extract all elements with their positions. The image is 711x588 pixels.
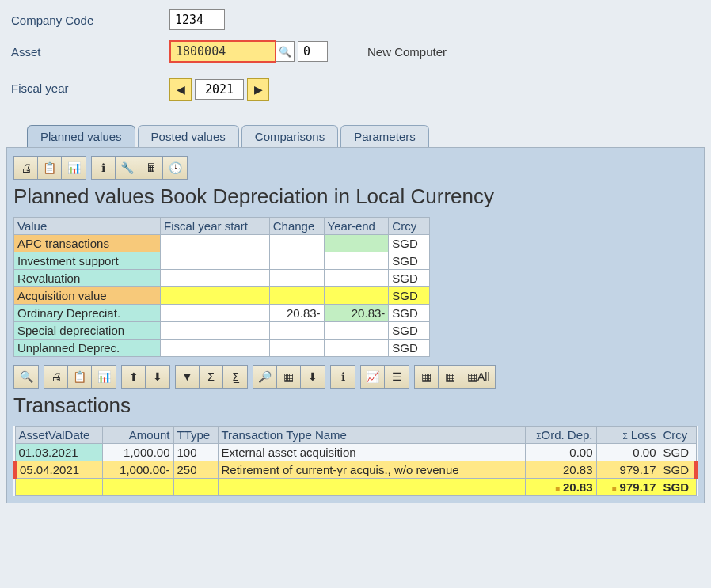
search-icon: 🔎 [258,370,272,383]
table-row[interactable]: Investment supportSGD [14,252,430,270]
planned-table: Value Fiscal year start Change Year-end … [13,217,430,357]
export-icon: 📋 [43,161,56,174]
layout-icon: ▦ [467,370,477,383]
clock-icon: 🕓 [169,161,182,174]
details-button[interactable]: ℹ [92,157,116,179]
tcol-date[interactable]: AssetValDate [15,427,102,444]
print-button[interactable]: 🖨 [14,157,38,179]
chevron-left-icon: ◀ [177,83,185,96]
company-code-label: Company Code [11,13,169,27]
export-x-button[interactable]: 📊 [62,157,86,179]
select-layout1-button[interactable]: ▦ [415,366,439,388]
tab-strip: Planned values Posted values Comparisons… [0,125,711,147]
chart-icon: 📈 [366,370,379,383]
tab-comparisons[interactable]: Comparisons [241,125,338,147]
tool-icon: 🔧 [120,161,134,174]
table-row[interactable]: Ordinary Depreciat.20.83-20.83-SGD [14,305,430,322]
sum-button[interactable]: Σ [200,366,223,388]
asset-subnumber-input[interactable] [298,41,328,62]
col-yearend[interactable]: Year-end [324,218,389,235]
abc-button[interactable]: ☰ [385,366,409,388]
table-row[interactable]: Unplanned Deprec.SGD [14,340,430,357]
asset-description: New Computer [367,45,447,59]
sort-asc-icon: ⬆ [129,370,139,383]
planned-title: Planned values Book Depreciation in Loca… [13,184,698,209]
graphic-button[interactable]: 📈 [361,366,385,388]
detail-trans-button[interactable]: 🔍 [14,366,38,388]
export-icon: 📋 [73,370,86,383]
download-icon: ⬇ [308,370,317,383]
magnifier-icon: 🔍 [20,370,33,383]
print-trans-button[interactable]: 🖨 [44,366,68,388]
col-value[interactable]: Value [14,218,161,235]
info-icon: ℹ [101,161,105,174]
exp2-trans-button[interactable]: 📊 [92,366,116,388]
info-trans-button[interactable]: ℹ [331,366,355,388]
download-button[interactable]: ⬇ [301,366,325,388]
col-change[interactable]: Change [269,218,324,235]
chevron-right-icon: ▶ [254,83,263,96]
layout-icon: ▦ [421,370,432,383]
table-row[interactable]: APC transactionsSGD [14,235,430,252]
tool1-button[interactable]: 🔧 [116,157,139,179]
transactions-table: AssetValDate Amount TType Transaction Ty… [13,426,698,496]
company-code-input[interactable] [169,9,225,30]
fiscal-year-label: Fiscal year [11,82,98,97]
fiscal-year-prev-button[interactable]: ◀ [169,78,192,101]
abc-icon: ☰ [392,370,402,383]
asset-input[interactable] [169,40,276,63]
tcol-ttname[interactable]: Transaction Type Name [218,427,525,444]
tcol-orddep[interactable]: ΣOrd. Dep. [525,427,596,444]
export-o-button[interactable]: 📋 [38,157,62,179]
filter-icon: ▼ [182,370,193,383]
tcol-ttype[interactable]: TType [173,427,218,444]
print-icon: 🖨 [21,161,32,174]
spreadsheet-icon: 📊 [67,161,81,174]
layout-icon: ▦ [445,370,455,383]
clock-button[interactable]: 🕓 [163,157,187,179]
total-row: ■20.83■979.17SGD [15,479,696,496]
tab-parameters[interactable]: Parameters [340,125,429,147]
sort-asc-button[interactable]: ⬆ [122,366,146,388]
table-row[interactable]: RevaluationSGD [14,270,430,287]
sum-icon: Σ [207,370,215,383]
transactions-title: Transactions [13,393,698,418]
table-row[interactable]: 05.04.20211,000.00-250Retirement of curr… [15,461,696,479]
col-fystart[interactable]: Fiscal year start [161,218,270,235]
sort-desc-icon: ⬇ [153,370,162,383]
select-all-button[interactable]: ▦All [462,366,495,388]
col-crcy[interactable]: Crcy [389,218,430,235]
find-button[interactable]: 🔎 [253,366,277,388]
grid-icon: ▦ [283,370,294,383]
asset-search-button[interactable]: 🔍 [276,41,295,62]
toolbar-planned: 🖨 📋 📊 ℹ 🔧 🖩 🕓 [13,156,698,180]
layout-button[interactable]: ▦ [277,366,301,388]
table-row[interactable]: Acquisition valueSGD [14,287,430,305]
sort-desc-button[interactable]: ⬇ [146,366,169,388]
search-icon: 🔍 [279,46,291,58]
spreadsheet-icon: 📊 [97,370,111,383]
exp1-trans-button[interactable]: 📋 [68,366,92,388]
tab-posted-values[interactable]: Posted values [138,125,239,147]
print-icon: 🖨 [51,370,62,383]
fiscal-year-next-button[interactable]: ▶ [247,78,269,101]
panel-planned-values: 🖨 📋 📊 ℹ 🔧 🖩 🕓 Planned values Book Deprec… [6,147,705,503]
info-icon: ℹ [341,370,345,383]
subtotal-icon: Σ̲ [232,370,239,383]
subtotal-button[interactable]: Σ̲ [223,366,247,388]
asset-label: Asset [11,45,169,59]
tcol-loss[interactable]: Σ Loss [596,427,660,444]
filter-button[interactable]: ▼ [176,366,200,388]
toolbar-transactions: 🔍 🖨 📋 📊 ⬆ ⬇ ▼ Σ Σ̲ 🔎 ▦ ⬇ ℹ 📈 [13,365,698,389]
calculator-icon: 🖩 [146,161,157,174]
calc-button[interactable]: 🖩 [139,157,163,179]
table-row[interactable]: Special depreciationSGD [14,322,430,340]
tcol-amount[interactable]: Amount [102,427,173,444]
tcol-crcy[interactable]: Crcy [660,427,696,444]
select-layout2-button[interactable]: ▦ [439,366,462,388]
tab-planned-values[interactable]: Planned values [27,125,135,147]
table-row[interactable]: 01.03.20211,000.00100External asset acqu… [15,444,696,461]
fiscal-year-input[interactable] [195,79,244,100]
